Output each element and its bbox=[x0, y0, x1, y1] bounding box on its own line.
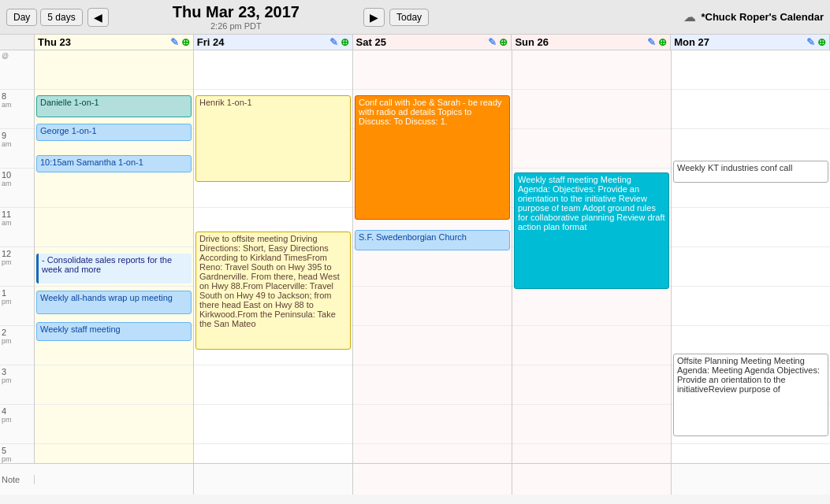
mon27-row-at bbox=[672, 50, 830, 90]
event-consolidate-sales[interactable]: - Consolidate sales reports for the week… bbox=[36, 254, 192, 284]
day-header-icons-fri24: ✎ ⊕ bbox=[329, 36, 349, 48]
calendar-subtitle: 2:26 pm PDT bbox=[114, 21, 359, 31]
fri24-row-5 bbox=[194, 444, 352, 463]
day-header-icons-thu23: ✎ ⊕ bbox=[170, 36, 190, 48]
day-headers: Thu 23 ✎ ⊕ Fri 24 ✎ ⊕ Sat 25 ✎ ⊕ Sun 26 bbox=[0, 35, 830, 50]
day-header-thu23[interactable]: Thu 23 ✎ ⊕ bbox=[35, 35, 194, 50]
event-danielle-1on1[interactable]: Danielle 1-on-1 bbox=[36, 95, 192, 117]
sat25-row-at bbox=[353, 50, 512, 90]
calendar-body: @ 8am 9am 10am 11am 12pm 1pm 2pm 3pm 4pm… bbox=[0, 50, 830, 463]
sat25-row-2 bbox=[353, 326, 512, 365]
sat25-row-4 bbox=[353, 405, 512, 444]
time-slot-12: 12pm bbox=[0, 247, 34, 287]
next-button[interactable]: ▶ bbox=[363, 8, 385, 27]
event-weekly-staff-thu[interactable]: Weekly staff meeting bbox=[36, 322, 192, 341]
calendar-title: Thu Mar 23, 2017 bbox=[114, 3, 359, 21]
day-label-sun26: Sun 26 bbox=[515, 36, 549, 48]
calendar-container: Thu 23 ✎ ⊕ Fri 24 ✎ ⊕ Sat 25 ✎ ⊕ Sun 26 bbox=[0, 35, 830, 495]
day-header-icons-mon27: ✎ ⊕ bbox=[806, 36, 826, 48]
sun26-row-9 bbox=[512, 129, 671, 169]
mon27-row-8 bbox=[672, 90, 830, 129]
add-icon-fri24[interactable]: ⊕ bbox=[341, 36, 349, 48]
mon27-row-1 bbox=[672, 287, 830, 326]
time-column: @ 8am 9am 10am 11am 12pm 1pm 2pm 3pm 4pm… bbox=[0, 50, 35, 463]
day-header-sun26[interactable]: Sun 26 ✎ ⊕ bbox=[512, 35, 671, 50]
edit-icon-sat25[interactable]: ✎ bbox=[488, 36, 497, 48]
fri24-row-4 bbox=[194, 405, 352, 444]
mon27-row-12 bbox=[672, 247, 830, 287]
time-slot-5: 5pm bbox=[0, 444, 34, 463]
day-col-mon27: Weekly KT industries conf call Offsite P… bbox=[672, 50, 830, 463]
event-weekly-allhands[interactable]: Weekly all-hands wrap up meeting bbox=[36, 291, 192, 314]
event-sf-swedenborgian[interactable]: S.F. Swedenborgian Church bbox=[355, 230, 510, 250]
event-weekly-kt-industries[interactable]: Weekly KT industries conf call bbox=[673, 161, 828, 183]
edit-icon-sun26[interactable]: ✎ bbox=[647, 36, 656, 48]
day-header-fri24[interactable]: Fri 24 ✎ ⊕ bbox=[194, 35, 353, 50]
sun26-row-4 bbox=[512, 405, 671, 444]
note-row: Note bbox=[0, 463, 830, 495]
time-slot-3: 3pm bbox=[0, 365, 34, 405]
day-col-sun26: Weekly staff meeting Meeting Agenda: Obj… bbox=[512, 50, 672, 463]
calendar-name: *Chuck Roper's Calendar bbox=[701, 11, 824, 23]
day-label-thu23: Thu 23 bbox=[38, 36, 71, 48]
5days-view-button[interactable]: 5 days bbox=[40, 9, 82, 26]
event-drive-to-offsite[interactable]: Drive to offsite meeting Driving Directi… bbox=[195, 232, 351, 350]
thu23-row-10 bbox=[35, 169, 193, 208]
day-col-thu23: Danielle 1-on-1 George 1-on-1 10:15am Sa… bbox=[35, 50, 194, 463]
day-header-icons-sun26: ✎ ⊕ bbox=[647, 36, 667, 48]
sun26-row-2 bbox=[512, 326, 671, 365]
time-col-header bbox=[0, 35, 35, 50]
time-slot-1: 1pm bbox=[0, 287, 34, 326]
thu23-row-4 bbox=[35, 405, 193, 444]
sun26-row-at bbox=[512, 50, 671, 90]
thu23-row-3 bbox=[35, 365, 193, 405]
prev-button[interactable]: ◀ bbox=[87, 8, 109, 27]
sat25-row-5 bbox=[353, 444, 512, 463]
event-offsite-planning[interactable]: Offsite Planning Meeting Meeting Agenda:… bbox=[673, 354, 828, 436]
note-col-mon27[interactable] bbox=[672, 464, 830, 495]
time-slot-10: 10am bbox=[0, 169, 34, 208]
sun26-row-5 bbox=[512, 444, 671, 463]
mon27-row-11 bbox=[672, 208, 830, 247]
day-label-mon27: Mon 27 bbox=[674, 36, 709, 48]
sun26-row-8 bbox=[512, 90, 671, 129]
edit-icon-mon27[interactable]: ✎ bbox=[806, 36, 815, 48]
edit-icon-thu23[interactable]: ✎ bbox=[170, 36, 179, 48]
event-samantha-1on1[interactable]: 10:15am Samantha 1-on-1 bbox=[36, 155, 192, 172]
sun26-row-3 bbox=[512, 365, 671, 405]
add-icon-sun26[interactable]: ⊕ bbox=[658, 36, 667, 48]
event-henrik-1on1[interactable]: Henrik 1-on-1 bbox=[195, 95, 351, 182]
view-controls: Day 5 days bbox=[6, 9, 83, 26]
sun26-row-1 bbox=[512, 287, 671, 326]
note-col-sun26[interactable] bbox=[512, 464, 672, 495]
time-slot-4: 4pm bbox=[0, 405, 34, 444]
note-label: Note bbox=[0, 475, 35, 484]
thu23-row-11 bbox=[35, 208, 193, 247]
day-col-fri24: Henrik 1-on-1 Drive to offsite meeting D… bbox=[194, 50, 353, 463]
note-col-sat25[interactable] bbox=[353, 464, 512, 495]
sat25-row-1 bbox=[353, 287, 512, 326]
add-icon-thu23[interactable]: ⊕ bbox=[181, 36, 190, 48]
thu23-row-at bbox=[35, 50, 193, 90]
event-george-1on1[interactable]: George 1-on-1 bbox=[36, 124, 192, 141]
day-view-button[interactable]: Day bbox=[6, 9, 37, 26]
edit-icon-fri24[interactable]: ✎ bbox=[329, 36, 338, 48]
day-header-sat25[interactable]: Sat 25 ✎ ⊕ bbox=[353, 35, 512, 50]
add-icon-sat25[interactable]: ⊕ bbox=[499, 36, 508, 48]
day-header-mon27[interactable]: Mon 27 ✎ ⊕ bbox=[671, 35, 830, 50]
day-label-sat25: Sat 25 bbox=[356, 36, 386, 48]
add-icon-mon27[interactable]: ⊕ bbox=[817, 36, 826, 48]
today-button[interactable]: Today bbox=[389, 9, 429, 26]
fri24-row-3 bbox=[194, 365, 352, 405]
note-col-fri24[interactable] bbox=[194, 464, 353, 495]
title-area: Thu Mar 23, 2017 2:26 pm PDT bbox=[114, 3, 359, 31]
thu23-row-5 bbox=[35, 444, 193, 463]
toolbar: Day 5 days ◀ Thu Mar 23, 2017 2:26 pm PD… bbox=[0, 0, 830, 35]
day-header-icons-sat25: ✎ ⊕ bbox=[488, 36, 508, 48]
time-slot-2: 2pm bbox=[0, 326, 34, 365]
sat25-row-3 bbox=[353, 365, 512, 405]
mon27-row-5 bbox=[672, 444, 830, 463]
note-col-thu23[interactable] bbox=[35, 464, 194, 495]
event-conf-call-joe-sarah[interactable]: Conf call with Joe & Sarah - be ready wi… bbox=[355, 95, 510, 220]
event-weekly-staff-meeting-sun[interactable]: Weekly staff meeting Meeting Agenda: Obj… bbox=[514, 172, 669, 289]
